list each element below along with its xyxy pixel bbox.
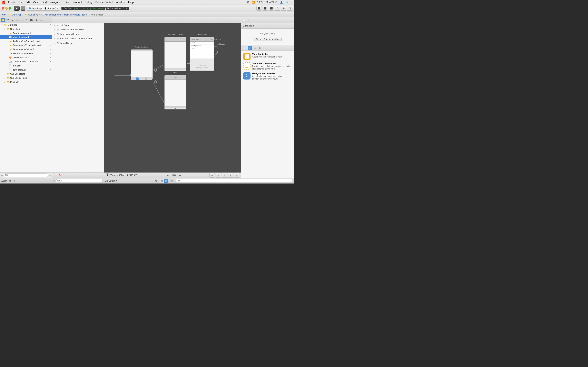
minimize-window-button[interactable]: [5, 7, 8, 9]
tree-item-products[interactable]: ▶ 📂 Products: [0, 80, 52, 84]
report-navigator-icon[interactable]: ☰: [39, 18, 43, 22]
tree-item-items-model[interactable]: 🗃 Items.xcdatamodeld M: [0, 51, 52, 55]
stop-button[interactable]: ■: [21, 6, 25, 11]
menubar-editor[interactable]: Editor: [63, 1, 70, 4]
tree-item-appdelegate[interactable]: ■ AppDelegate.swift: [0, 31, 52, 35]
search-icon[interactable]: 🔍: [285, 1, 288, 4]
zoom-out-button[interactable]: −: [166, 174, 170, 177]
debug-toggle-button[interactable]: ⬛: [263, 6, 268, 11]
disclosure-icon: [6, 49, 8, 50]
add-scene-button[interactable]: ✓: [53, 173, 57, 177]
breadcrumb-folder[interactable]: Our Shop: [28, 13, 38, 16]
editor-standard-button[interactable]: ⊟: [275, 6, 280, 11]
scene-item-item-search[interactable]: ▶ ⊞ Item search Scene: [52, 32, 104, 36]
scene-item-add-item[interactable]: ▶ ⊞ Add Item View Controller Scene: [52, 36, 104, 41]
media-lib-icon[interactable]: ⊡: [258, 46, 262, 50]
close-window-button[interactable]: [2, 7, 4, 9]
find-navigator-icon[interactable]: 🔍: [15, 18, 19, 22]
zoom-in-button[interactable]: +: [178, 174, 182, 177]
symbol-navigator-icon[interactable]: ◎: [11, 18, 14, 22]
utilities-toggle-button[interactable]: ⬛: [269, 6, 274, 11]
scene-item-tab-bar[interactable]: ▶ ⊞ Tab Bar Controller Scene: [52, 27, 104, 32]
quick-help-icon[interactable]: ?: [247, 18, 251, 22]
object-item-navigation-controller[interactable]: Navigation Controller A controller that …: [242, 71, 293, 81]
breadcrumb-storyboard-base[interactable]: Main.storyboard (Base): [64, 13, 87, 16]
menubar-source-control[interactable]: Source Control: [95, 1, 113, 4]
maximize-window-button[interactable]: [9, 7, 11, 9]
menubar-file[interactable]: File: [18, 1, 23, 4]
scheme-dropdown[interactable]: Auto ▾: [1, 179, 8, 182]
file-inspector-icon[interactable]: 📄: [242, 18, 246, 22]
object-item-storyboard-reference[interactable]: Storyboard Reference Provides a placehol…: [242, 61, 293, 71]
tree-item-launch-screen[interactable]: 📖 LaunchScreen.storyboard M: [0, 59, 52, 64]
quick-help-lib-icon[interactable]: ⊙: [248, 46, 252, 50]
output-dropdown[interactable]: All Output ▾: [105, 179, 117, 182]
tree-item-info-plist[interactable]: 📄 Info.plist: [0, 64, 52, 68]
run-button[interactable]: ▶: [14, 6, 20, 11]
scene-item-list[interactable]: ▶ ≡ List Scene: [52, 23, 104, 27]
canvas-tool-5[interactable]: ⊕: [234, 173, 239, 178]
menubar-navigate[interactable]: Navigate: [49, 1, 60, 4]
tree-item-add-item-vc[interactable]: ■ AddItemViewController.swift A: [0, 39, 52, 43]
canvas-tool-3[interactable]: ⊡: [222, 173, 227, 178]
breadcrumb-storyboard[interactable]: Main.storyboard: [45, 13, 61, 16]
menubar-help[interactable]: Help: [128, 1, 134, 4]
object-item-view-controller[interactable]: View Controller A controller that manage…: [242, 52, 293, 61]
apple-menu-icon[interactable]: 🍎: [2, 0, 6, 4]
tree-item-search-items-vi[interactable]: ■ SearchItemsVi..ontroller.swift A: [0, 43, 52, 47]
breadcrumb-nav-forward[interactable]: ▶: [4, 13, 6, 16]
info-icon[interactable]: ℹ: [13, 179, 17, 183]
storyboard-canvas[interactable]: Tab Bar Controller: [104, 23, 241, 178]
search-documentation-button[interactable]: Search Documentation: [254, 37, 282, 41]
items-scene[interactable]: Items Items: [164, 75, 186, 109]
navigator-toggle-button[interactable]: ⬛: [256, 6, 262, 11]
breakpoint-navigator-icon[interactable]: ◀: [34, 18, 38, 22]
notifications-icon[interactable]: ≡: [291, 1, 292, 4]
scene-item-items[interactable]: ▶ ⊞ Items Scene: [52, 41, 104, 45]
metadata-icon[interactable]: ◎: [170, 179, 173, 183]
editor-version-button[interactable]: ⊡: [287, 6, 292, 11]
canvas-tool-2[interactable]: ⊞: [216, 173, 221, 178]
bookmark-icon[interactable]: 🔖: [58, 173, 62, 177]
tree-item-shop-ui-tests[interactable]: ▶ 📂 Our ShopUITests: [0, 76, 52, 80]
tree-item-search-items-cell[interactable]: ■ SearchItemsCell.swift M: [0, 47, 52, 51]
menubar-product[interactable]: Product: [73, 1, 82, 4]
menubar-find[interactable]: Find: [42, 1, 47, 4]
scheme-selector[interactable]: 🔷 Our Shop | 📱 iPhone 7 ▾: [26, 6, 60, 11]
tree-item-shop-tests[interactable]: ▶ 📂 Our ShopTests: [0, 72, 52, 76]
editor-assistant-button[interactable]: ⊠: [281, 6, 286, 11]
menubar-xcode[interactable]: Xcode: [8, 1, 16, 4]
breadcrumb-root[interactable]: Our Shop: [12, 13, 21, 16]
debug-filter-input-2[interactable]: [175, 179, 293, 183]
trash-icon[interactable]: 🗑: [154, 179, 158, 183]
canvas-tool-4[interactable]: ⊞: [228, 173, 233, 178]
debug-filter-input-1[interactable]: [56, 179, 103, 183]
tab-bar-controller-scene[interactable]: Tab Bar Controller: [131, 49, 153, 80]
navigation-controller-scene[interactable]: Navigation Controller: [164, 37, 186, 71]
menubar-edit[interactable]: Edit: [26, 1, 30, 4]
tree-item-our-shop-root[interactable]: ▼ 📁 Our Shop M: [0, 23, 52, 27]
menubar-view[interactable]: View: [33, 1, 39, 4]
items-search-scene[interactable]: Search Items Prototype CellsTable View S…: [190, 37, 214, 71]
device-preview-button[interactable]: 📱: [106, 174, 109, 177]
tree-item-main-storyboard[interactable]: 📖 Main.storyboard M: [0, 35, 52, 39]
console-split-btn1[interactable]: ⊟: [160, 179, 164, 183]
test-navigator-icon[interactable]: ◇: [25, 18, 28, 22]
canvas-tool-1[interactable]: ◎: [209, 173, 215, 178]
tree-item-our-shop-folder[interactable]: ▼ 📂 Our Shop: [0, 27, 52, 31]
tree-item-assets[interactable]: 🎨 Assets.xcassets M: [0, 55, 52, 59]
menubar-window[interactable]: Window: [116, 1, 125, 4]
view-control-icon[interactable]: ◉: [8, 179, 12, 183]
canvas-toolbar: 📱 View as: iPhone 7 (⌘C ⊞R) − 29% + ◎ ⊞ …: [104, 173, 241, 178]
project-navigator-icon[interactable]: 📁: [1, 18, 5, 22]
debug-navigator-icon[interactable]: ⬤: [29, 18, 33, 22]
console-split-btn2[interactable]: ⊞: [164, 179, 168, 183]
menubar-debug[interactable]: Debug: [85, 1, 93, 4]
breadcrumb-nav-back[interactable]: ◀: [2, 13, 3, 16]
source-control-icon[interactable]: ⌥: [6, 18, 9, 22]
file-inspector-lib-icon[interactable]: 📄: [242, 46, 246, 50]
tree-item-item-store[interactable]: 📄 item_store.txt A: [0, 68, 52, 72]
object-lib-icon[interactable]: ⊞: [253, 46, 257, 50]
issue-navigator-icon[interactable]: ⚠: [20, 18, 24, 22]
sidebar-filter-input[interactable]: [4, 174, 48, 177]
